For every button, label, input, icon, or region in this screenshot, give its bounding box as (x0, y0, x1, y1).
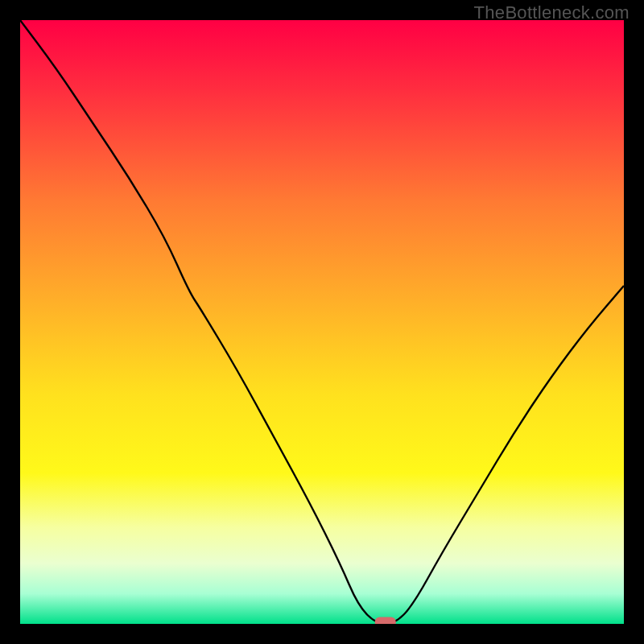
watermark-text: TheBottleneck.com (474, 2, 630, 23)
optimal-point-marker (375, 617, 396, 625)
plot-area (20, 20, 624, 624)
gradient-background (20, 20, 624, 624)
chart-frame: TheBottleneck.com (0, 0, 644, 644)
bottleneck-chart-svg (20, 20, 624, 624)
